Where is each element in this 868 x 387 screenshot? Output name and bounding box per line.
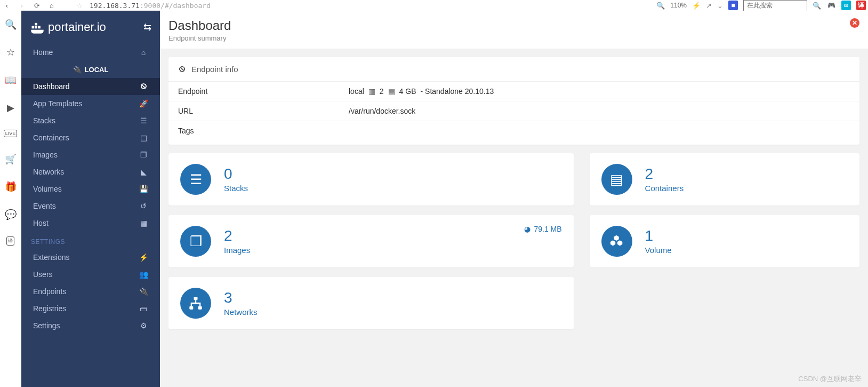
clone-icon: ❐	[180, 226, 211, 257]
containers-label: Containers	[645, 184, 684, 193]
sidebar-item-registries[interactable]: Registries 🗃	[21, 300, 160, 317]
server-icon: ▤	[139, 133, 148, 142]
sidebar-item-extensions[interactable]: Extensions ⚡	[21, 249, 160, 266]
tachometer-icon: 🛇	[139, 82, 148, 91]
sitemap-icon	[180, 288, 211, 319]
tile-stacks[interactable]: ☰ 0 Stacks	[168, 153, 574, 206]
clone-icon: ❐	[139, 151, 148, 159]
sidebar-item-label: App Templates	[33, 99, 82, 108]
search-icon[interactable]: 🔍	[5, 19, 17, 30]
ext-icon-1[interactable]: ■	[728, 1, 738, 10]
svg-rect-1	[35, 26, 37, 29]
sidebar-item-label: Settings	[33, 321, 60, 330]
svg-rect-6	[198, 306, 202, 310]
tile-volumes[interactable]: 1 Volume	[590, 215, 859, 267]
reload-icon[interactable]: ⟳	[32, 2, 42, 10]
sidebar-item-settings[interactable]: Settings ⚙	[21, 317, 160, 334]
page-title: Dashboard	[168, 18, 231, 34]
svg-rect-0	[32, 26, 35, 29]
stacks-count: 0	[224, 167, 248, 181]
gift-icon[interactable]: 🎁	[5, 181, 17, 193]
tile-networks[interactable]: 3 Networks	[168, 277, 574, 329]
sidebar-item-stacks[interactable]: Stacks ☰	[21, 112, 160, 129]
star-icon[interactable]: ☆	[6, 46, 15, 58]
search-icon[interactable]: 🔍	[813, 2, 821, 10]
cubes-icon	[601, 226, 632, 257]
main-content: Dashboard Endpoint summary ✕ 🛇 Endpoint …	[160, 11, 868, 387]
sidebar-item-label: Stacks	[33, 116, 55, 125]
images-label: Images	[224, 246, 250, 255]
sidebar-item-containers[interactable]: Containers ▤	[21, 129, 160, 146]
live-icon[interactable]: LIVE	[4, 130, 18, 137]
sitemap-icon: ◣	[139, 168, 148, 176]
star-icon[interactable]: ☆	[75, 2, 84, 10]
sidebar-item-users[interactable]: Users 👥	[21, 266, 160, 283]
networks-label: Networks	[224, 307, 258, 317]
cart-icon[interactable]: 🛒	[5, 153, 17, 165]
history-icon: ↺	[139, 202, 148, 210]
users-icon: 👥	[139, 270, 148, 279]
flash-icon[interactable]: ⚡	[692, 2, 701, 10]
sidebar-item-home[interactable]: Home ⌂	[21, 44, 160, 61]
sidebar-item-label: Users	[33, 270, 53, 279]
images-count: 2	[224, 228, 250, 243]
tile-images[interactable]: ❐ 2 Images ◕ 79.1 MB	[168, 215, 574, 267]
pie-icon: ◕	[524, 225, 531, 233]
share-icon[interactable]: ↗	[706, 2, 712, 10]
url-bar[interactable]: 192.168.3.71:9000/#/dashboard	[90, 2, 211, 10]
swap-icon[interactable]: ⇆	[143, 21, 151, 33]
bolt-icon: ⚡	[139, 253, 148, 262]
svg-rect-5	[189, 306, 193, 310]
sidebar-item-label: Events	[33, 202, 56, 210]
panel-title: Endpoint info	[191, 65, 238, 74]
logo-text: portainer.io	[48, 20, 106, 34]
back-icon[interactable]: ‹	[2, 2, 12, 10]
ext-icon-translate[interactable]: 译	[856, 1, 866, 10]
images-size: ◕ 79.1 MB	[524, 225, 561, 233]
tile-containers[interactable]: ▤ 2 Containers	[590, 153, 859, 206]
page-subtitle: Endpoint summary	[168, 34, 231, 42]
translate-icon[interactable]: 译	[6, 236, 14, 246]
video-icon[interactable]: ▶	[7, 102, 14, 114]
logo[interactable]: portainer.io	[30, 20, 106, 35]
browser-search-input[interactable]: 在此搜索	[743, 0, 807, 11]
sidebar-item-endpoints[interactable]: Endpoints 🔌	[21, 283, 160, 300]
sidebar-item-volumes[interactable]: Volumes 💾	[21, 180, 160, 198]
th-icon: ▦	[139, 219, 148, 227]
ext-icon-gamepad[interactable]: 🎮	[826, 1, 836, 10]
sidebar-item-label: Containers	[33, 133, 69, 142]
sidebar-item-label: Images	[33, 151, 58, 159]
cogs-icon: ⚙	[139, 321, 148, 330]
tags-label: Tags	[178, 127, 349, 135]
book-icon[interactable]: 📖	[5, 74, 17, 86]
volumes-label: Volume	[645, 246, 672, 255]
th-list-icon: ☰	[180, 164, 211, 195]
endpoint-label: Endpoint	[178, 87, 349, 96]
home-icon[interactable]: ⌂	[47, 2, 57, 10]
sidebar-item-events[interactable]: Events ↺	[21, 198, 160, 215]
volumes-count: 1	[645, 228, 672, 243]
watermark: CSDN @互联网老辛	[798, 374, 862, 384]
chevron-down-icon[interactable]: ⌄	[717, 2, 723, 10]
sidebar-item-dashboard[interactable]: Dashboard 🛇	[21, 78, 160, 95]
svg-rect-4	[194, 297, 198, 300]
networks-count: 3	[224, 290, 258, 305]
database-icon: 🗃	[139, 304, 148, 313]
sidebar-item-images[interactable]: Images ❐	[21, 146, 160, 163]
ext-icon-infinity[interactable]: ∞	[841, 1, 851, 10]
zoom-out-icon[interactable]: 🔍	[656, 2, 665, 10]
browser-toolbar: ‹ › ⟳ ⌂ ☆ 192.168.3.71:9000/#/dashboard …	[0, 0, 868, 11]
sidebar-item-app-templates[interactable]: App Templates 🚀	[21, 95, 160, 112]
th-list-icon: ☰	[139, 116, 148, 125]
sidebar-item-host[interactable]: Host ▦	[21, 215, 160, 232]
sidebar-item-networks[interactable]: Networks ◣	[21, 163, 160, 180]
sidebar-item-label: Registries	[33, 304, 66, 313]
cpu-icon: ▥	[368, 87, 375, 96]
forward-icon[interactable]: ›	[17, 2, 27, 10]
dashboard-icon: 🛇	[178, 65, 186, 74]
plug-icon: 🔌	[73, 66, 82, 74]
chat-icon[interactable]: 💬	[5, 209, 17, 220]
close-icon[interactable]: ✕	[850, 18, 859, 28]
sidebar-heading-settings: SETTINGS	[21, 232, 160, 249]
endpoint-info-panel: 🛇 Endpoint info Endpoint local ▥2 ▤4 GB …	[168, 57, 859, 145]
